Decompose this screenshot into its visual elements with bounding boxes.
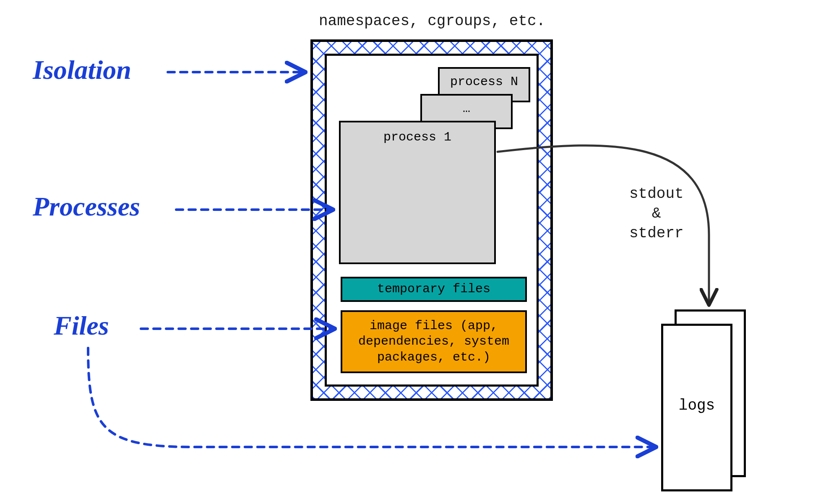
image-files-box: image files (app, dependencies, system p… bbox=[341, 310, 527, 373]
files-label: Files bbox=[54, 310, 109, 341]
namespaces-header: namespaces, cgroups, etc. bbox=[319, 13, 545, 30]
logs-card-front: logs bbox=[661, 324, 732, 491]
isolation-label: Isolation bbox=[33, 55, 131, 86]
process-card-1: process 1 bbox=[339, 121, 496, 264]
temporary-files-box: temporary files bbox=[341, 277, 527, 302]
stdout-stderr-label: stdout & stderr bbox=[629, 184, 684, 243]
processes-label: Processes bbox=[33, 191, 140, 222]
